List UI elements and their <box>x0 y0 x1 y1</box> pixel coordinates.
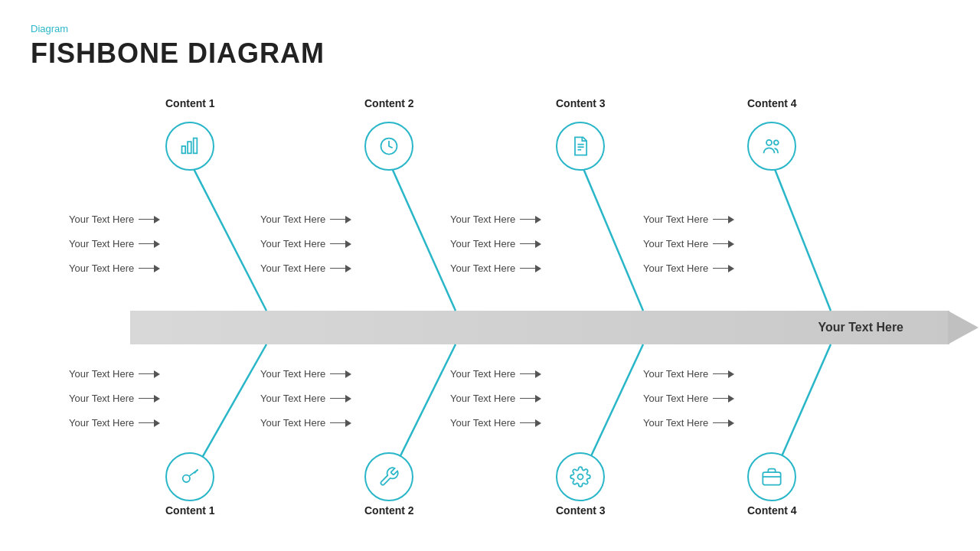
bot3-text3: Your Text Here <box>450 417 541 429</box>
bot4-text1: Your Text Here <box>643 368 734 380</box>
arrow-icon <box>139 240 160 248</box>
bot3-label: Content 3 <box>556 504 605 517</box>
diagram-area: Your Text Here Content 1 Your Text Here … <box>31 85 949 514</box>
svg-rect-9 <box>188 142 191 153</box>
svg-point-21 <box>578 474 583 480</box>
arrow-icon <box>139 216 160 223</box>
arrow-icon <box>139 265 160 272</box>
arrow-icon <box>520 395 541 403</box>
top2-text3: Your Text Here <box>260 262 351 274</box>
arrow-icon <box>713 265 734 272</box>
diagram-label: Diagram <box>31 23 949 34</box>
bot1-text3: Your Text Here <box>69 417 160 429</box>
arrow-icon <box>330 216 351 223</box>
bot3-icon-circle <box>556 452 605 501</box>
arrow-icon <box>713 395 734 403</box>
bot1-icon-circle <box>165 452 214 501</box>
bot4-text2: Your Text Here <box>643 393 734 404</box>
svg-rect-10 <box>194 139 198 154</box>
svg-line-2 <box>580 161 643 311</box>
bot2-label: Content 2 <box>364 504 413 517</box>
bot4-icon-circle <box>747 452 796 501</box>
svg-rect-8 <box>182 146 186 153</box>
arrow-icon <box>139 370 160 378</box>
top2-label: Content 2 <box>364 97 413 109</box>
arrow-icon <box>330 370 351 378</box>
clock-icon <box>378 135 400 157</box>
bot2-text1: Your Text Here <box>260 368 351 380</box>
top4-text3: Your Text Here <box>643 262 734 274</box>
svg-line-20 <box>196 470 198 471</box>
top4-icon-circle <box>747 122 796 171</box>
arrow-icon <box>330 240 351 248</box>
top3-label: Content 3 <box>556 97 605 109</box>
document-icon <box>570 135 591 157</box>
arrow-icon <box>330 395 351 403</box>
bot3-text1: Your Text Here <box>450 368 541 380</box>
arrow-icon <box>139 419 160 427</box>
bot3-text2: Your Text Here <box>450 393 541 404</box>
top2-text2: Your Text Here <box>260 238 351 249</box>
spine-arrowhead <box>948 311 978 344</box>
top4-text1: Your Text Here <box>643 214 734 225</box>
arrow-icon <box>713 419 734 427</box>
bar-chart-icon <box>179 135 201 157</box>
top2-icon-circle <box>364 122 413 171</box>
page: Diagram FISHBONE DIAGRAM Your Text <box>0 0 980 551</box>
bot1-label: Content 1 <box>165 504 214 517</box>
bot1-text2: Your Text Here <box>69 393 160 404</box>
svg-rect-22 <box>763 472 780 484</box>
bot2-text2: Your Text Here <box>260 393 351 404</box>
arrow-icon <box>713 370 734 378</box>
top4-label: Content 4 <box>747 97 796 109</box>
spine-text: Your Text Here <box>818 321 949 334</box>
arrow-icon <box>520 216 541 223</box>
top4-text2: Your Text Here <box>643 238 734 249</box>
svg-line-3 <box>772 161 831 311</box>
bot2-text3: Your Text Here <box>260 417 351 429</box>
top1-text1: Your Text Here <box>69 214 160 225</box>
bot2-icon-circle <box>364 452 413 501</box>
key-icon <box>179 466 201 487</box>
bot4-text3: Your Text Here <box>643 417 734 429</box>
top3-text2: Your Text Here <box>450 238 541 249</box>
svg-line-0 <box>190 161 266 311</box>
top1-label: Content 1 <box>165 97 214 109</box>
svg-point-16 <box>774 140 779 145</box>
page-title: FISHBONE DIAGRAM <box>31 37 949 70</box>
bot4-label: Content 4 <box>747 504 796 517</box>
gear-icon <box>570 466 591 487</box>
briefcase-icon <box>761 466 782 487</box>
arrow-icon <box>330 265 351 272</box>
top1-text3: Your Text Here <box>69 262 160 274</box>
top3-icon-circle <box>556 122 605 171</box>
arrow-icon <box>520 240 541 248</box>
arrow-icon <box>139 395 160 403</box>
svg-line-1 <box>389 161 456 311</box>
arrow-icon <box>520 265 541 272</box>
arrow-icon <box>713 240 734 248</box>
bot1-text1: Your Text Here <box>69 368 160 380</box>
top2-text1: Your Text Here <box>260 214 351 225</box>
svg-point-15 <box>766 140 772 145</box>
top3-text1: Your Text Here <box>450 214 541 225</box>
top3-text3: Your Text Here <box>450 262 541 274</box>
users-icon <box>761 135 782 157</box>
wrench-icon <box>378 466 400 487</box>
spine-bar: Your Text Here <box>130 311 949 344</box>
arrow-icon <box>330 419 351 427</box>
arrow-icon <box>713 216 734 223</box>
svg-point-17 <box>183 475 190 482</box>
top1-text2: Your Text Here <box>69 238 160 249</box>
top1-icon-circle <box>165 122 214 171</box>
arrow-icon <box>520 419 541 427</box>
arrow-icon <box>520 370 541 378</box>
